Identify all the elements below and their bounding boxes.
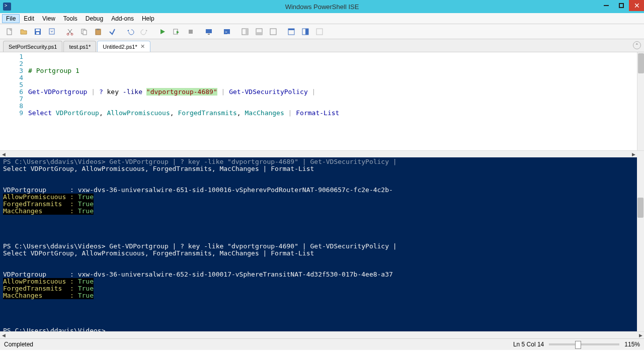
paste-button[interactable]	[92, 25, 105, 38]
collapse-editor-button[interactable]: ⌃	[633, 41, 641, 49]
svg-rect-13	[206, 29, 212, 33]
tab-close-icon[interactable]: ✕	[140, 43, 145, 50]
console-hscrollbar[interactable]: ◀▶	[0, 331, 644, 338]
console-line: Select VDPortGroup, AllowPromiscuous, Fo…	[3, 250, 641, 257]
menu-tools[interactable]: Tools	[59, 14, 82, 23]
layout-right-button[interactable]	[238, 25, 252, 38]
console-line: Select VDPortGroup, AllowPromiscuous, Fo…	[3, 165, 641, 172]
run-button[interactable]	[156, 25, 169, 38]
help-window-button[interactable]	[313, 25, 326, 38]
svg-rect-4	[49, 29, 54, 34]
zoom-slider[interactable]	[549, 343, 619, 345]
window-title: Windows PowerShell ISE	[285, 3, 359, 11]
svg-rect-10	[97, 29, 100, 30]
redo-button[interactable]	[138, 25, 151, 38]
console-line: PS C:\Users\ddavis\Videos> Get-VDPortgro…	[3, 158, 641, 165]
svg-rect-3	[36, 32, 39, 34]
svg-rect-2	[36, 29, 40, 31]
save-all-button[interactable]	[45, 25, 58, 38]
layout-max-button[interactable]	[267, 25, 280, 38]
svg-text:>_: >_	[225, 30, 230, 34]
menu-debug[interactable]: Debug	[82, 14, 107, 23]
remote-button[interactable]	[202, 25, 215, 38]
undo-button[interactable]	[124, 25, 137, 38]
layout-bottom-button[interactable]	[253, 25, 266, 38]
svg-rect-18	[246, 29, 248, 35]
toolbar: >_	[0, 24, 644, 39]
svg-rect-25	[305, 29, 308, 35]
menu-addons[interactable]: Add-ons	[107, 14, 138, 23]
svg-rect-8	[83, 30, 87, 35]
console-vscrollbar[interactable]	[637, 157, 644, 331]
window-controls: ✕	[599, 0, 644, 11]
editor-tabs: SetPortSecurity.ps1 test.ps1* Untitled2.…	[0, 39, 644, 52]
command-addon-button[interactable]	[299, 25, 312, 38]
cursor-position: Ln 5 Col 14	[513, 341, 544, 348]
menu-help[interactable]: Help	[138, 14, 158, 23]
clear-button[interactable]	[106, 25, 119, 38]
script-editor[interactable]: 123456789 # Portgroup 1 Get-VDPortgroup …	[0, 52, 644, 150]
tab-untitled2[interactable]: Untitled2.ps1*✕	[97, 41, 150, 52]
run-selection-button[interactable]	[170, 25, 183, 38]
copy-button[interactable]	[77, 25, 91, 38]
command-window-button[interactable]	[285, 25, 298, 38]
status-bar: Completed Ln 5 Col 14 115%	[0, 338, 644, 350]
zoom-level: 115%	[624, 341, 640, 348]
svg-rect-23	[288, 29, 294, 30]
tab-label: test.ps1*	[69, 44, 91, 50]
svg-rect-14	[208, 34, 210, 35]
svg-rect-26	[316, 29, 323, 35]
menu-edit[interactable]: Edit	[20, 14, 38, 23]
editor-hscrollbar[interactable]: ◀▶	[0, 150, 644, 157]
tab-setportsecurity[interactable]: SetPortSecurity.ps1	[3, 41, 62, 52]
editor-vscrollbar[interactable]	[637, 52, 644, 150]
console-prompt[interactable]: PS C:\Users\ddavis\Videos>	[3, 327, 641, 331]
svg-rect-20	[256, 32, 262, 35]
menu-view[interactable]: View	[38, 14, 59, 23]
open-file-button[interactable]	[17, 25, 30, 38]
tab-label: Untitled2.ps1*	[103, 44, 137, 50]
console-pane[interactable]: PS C:\Users\ddavis\Videos> Get-VDPortgro…	[0, 157, 644, 331]
maximize-button[interactable]	[614, 0, 629, 11]
svg-rect-21	[270, 29, 276, 35]
title-bar: Windows PowerShell ISE ✕	[0, 0, 644, 13]
status-text: Completed	[4, 341, 33, 348]
minimize-button[interactable]	[599, 0, 614, 11]
console-line: PS C:\Users\ddavis\Videos> Get-VDPortgro…	[3, 243, 641, 250]
close-button[interactable]: ✕	[629, 0, 644, 11]
menu-bar: File Edit View Tools Debug Add-ons Help	[0, 13, 644, 24]
new-file-button[interactable]	[3, 25, 16, 38]
svg-rect-0	[7, 29, 12, 35]
stop-button[interactable]	[184, 25, 197, 38]
app-icon	[3, 3, 11, 11]
tab-label: SetPortSecurity.ps1	[9, 44, 57, 50]
code-area[interactable]: # Portgroup 1 Get-VDPortgroup | ? key -l…	[28, 52, 644, 150]
line-gutter: 123456789	[0, 52, 28, 150]
powershell-button[interactable]: >_	[220, 25, 233, 38]
cut-button[interactable]	[63, 25, 76, 38]
save-button[interactable]	[31, 25, 44, 38]
svg-rect-12	[189, 30, 193, 34]
tab-test[interactable]: test.ps1*	[63, 41, 96, 52]
menu-file[interactable]: File	[2, 14, 20, 23]
